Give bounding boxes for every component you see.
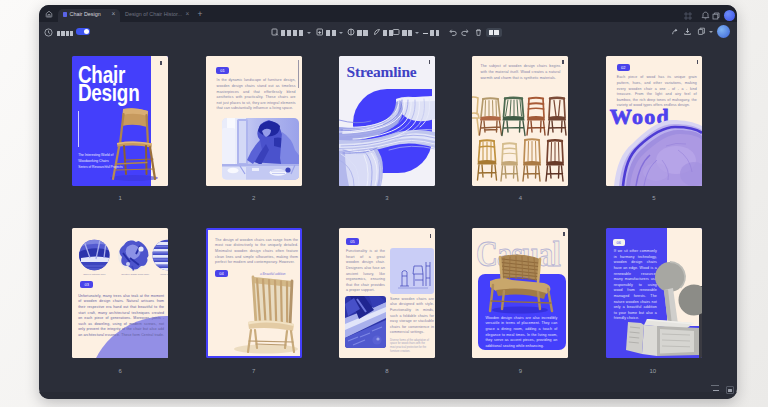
svg-text:a Beautiful addition: a Beautiful addition	[260, 272, 286, 276]
